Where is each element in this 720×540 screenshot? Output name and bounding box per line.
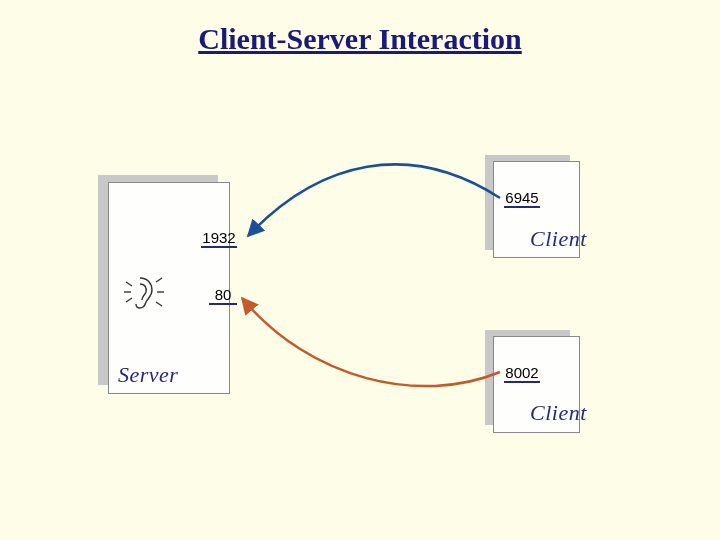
client2-label: Client [530, 400, 587, 426]
client2-port: 8002 [498, 363, 546, 383]
server-port-1932: 1932 [195, 228, 243, 248]
svg-line-3 [156, 278, 162, 282]
client1-port: 6945 [498, 188, 546, 208]
edge-client1-to-server [248, 164, 500, 236]
server-label: Server [118, 362, 178, 388]
client1-label: Client [530, 226, 587, 252]
ear-icon [120, 268, 168, 320]
edge-client2-to-server [242, 298, 500, 386]
page-title: Client-Server Interaction [0, 22, 720, 56]
server-port-80: 80 [203, 285, 243, 305]
svg-line-5 [156, 302, 162, 306]
svg-line-0 [126, 282, 132, 286]
svg-line-2 [126, 298, 132, 302]
